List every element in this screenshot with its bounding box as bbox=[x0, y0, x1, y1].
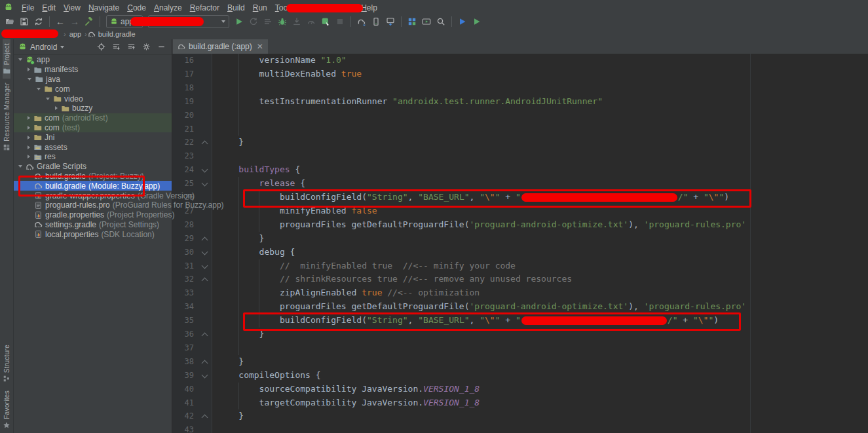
menu-build[interactable]: Build bbox=[223, 2, 249, 14]
chevron-right-icon[interactable] bbox=[28, 67, 30, 71]
tree-item-build-gradle--module-buzzy-app-[interactable]: build.gradle(Module: Buzzy.app) bbox=[13, 181, 172, 191]
fold-marker-icon[interactable] bbox=[202, 180, 208, 187]
chevron-down-icon[interactable] bbox=[18, 58, 22, 61]
apply-code-changes-icon[interactable] bbox=[261, 15, 275, 28]
stop-icon[interactable] bbox=[333, 15, 347, 28]
run-icon[interactable] bbox=[232, 15, 246, 28]
code-line-32[interactable]: 32 // shrinkResources true //<-- remove … bbox=[172, 273, 868, 286]
menu-vcs[interactable]: VCS bbox=[297, 2, 322, 14]
menu-edit[interactable]: Edit bbox=[38, 2, 60, 14]
tree-item-res[interactable]: res bbox=[13, 152, 172, 162]
project-view-selector[interactable]: Android bbox=[30, 43, 57, 52]
attach-debugger-icon[interactable] bbox=[290, 15, 304, 28]
menu-view[interactable]: View bbox=[60, 2, 85, 14]
code-line-24[interactable]: 24 buildTypes { bbox=[172, 163, 868, 177]
expand-all-icon[interactable] bbox=[111, 42, 121, 52]
tree-item-com[interactable]: com bbox=[13, 84, 172, 94]
code-line-42[interactable]: 42 } bbox=[172, 409, 868, 423]
menu-navigate[interactable]: Navigate bbox=[85, 2, 123, 14]
code-line-29[interactable]: 29 } bbox=[172, 232, 868, 246]
gradle-sync-icon[interactable] bbox=[354, 15, 369, 28]
fold-marker-icon[interactable] bbox=[202, 248, 208, 255]
code-line-27[interactable]: 27 minifyEnabled false bbox=[172, 204, 868, 218]
forward-icon[interactable]: → bbox=[67, 15, 82, 28]
chevron-right-icon[interactable] bbox=[55, 106, 58, 110]
sync-files-icon[interactable] bbox=[31, 15, 46, 28]
code-line-37[interactable]: 37 bbox=[172, 341, 868, 355]
tree-item-build-gradle--project-buzzy-[interactable]: build.gradle(Project: Buzzy) bbox=[13, 172, 172, 181]
fold-marker-icon[interactable] bbox=[202, 236, 208, 243]
code-line-18[interactable]: 18 bbox=[172, 81, 868, 95]
settings-gear-icon[interactable] bbox=[141, 42, 151, 52]
tree-item-jni[interactable]: Jni bbox=[13, 132, 172, 142]
tree-item-settings-gradle--project-settings-[interactable]: settings.gradle(Project Settings) bbox=[13, 220, 172, 230]
code-line-33[interactable]: 33 zipAlignEnabled true //<-- optimizati… bbox=[172, 286, 868, 300]
breadcrumb-item-build-gradle[interactable]: build.gradle bbox=[96, 30, 138, 38]
code-line-40[interactable]: 40 sourceCompatibility JavaVersion.VERSI… bbox=[172, 383, 868, 396]
locate-file-icon[interactable] bbox=[96, 42, 106, 52]
collapse-all-icon[interactable] bbox=[126, 42, 136, 52]
device-manager-icon[interactable] bbox=[369, 15, 383, 28]
chevron-right-icon[interactable] bbox=[28, 136, 30, 140]
save-all-icon[interactable] bbox=[17, 15, 31, 28]
fold-marker-icon[interactable] bbox=[202, 141, 208, 147]
chevron-down-icon[interactable] bbox=[46, 98, 50, 100]
code-line-28[interactable]: 28 proguardFiles getDefaultProguardFile(… bbox=[172, 218, 868, 232]
search-everywhere-icon[interactable] bbox=[434, 15, 448, 28]
stripe-button-resource-manager[interactable]: Resource Manager bbox=[3, 79, 10, 155]
tree-item-gradle-wrapper-properties--gradle-version-[interactable]: gradle-wrapper.properties(Gradle Version… bbox=[13, 191, 172, 200]
back-icon[interactable]: ← bbox=[53, 15, 67, 28]
profile-app-icon[interactable] bbox=[318, 15, 333, 28]
code-line-38[interactable]: 38 } bbox=[172, 355, 868, 369]
hide-panel-icon[interactable] bbox=[156, 42, 166, 52]
fold-marker-icon[interactable] bbox=[202, 166, 208, 173]
plugin-blue-icon[interactable] bbox=[455, 15, 470, 28]
apply-changes-icon[interactable] bbox=[246, 15, 261, 28]
avd-manager-icon[interactable] bbox=[419, 15, 434, 28]
menu-help[interactable]: Help bbox=[357, 2, 381, 14]
code-line-20[interactable]: 20 bbox=[172, 109, 868, 122]
code-line-35[interactable]: 35 buildConfigField("String", "BASE_URL"… bbox=[172, 314, 868, 328]
menu-code[interactable]: Code bbox=[123, 2, 150, 14]
tree-item-com--androidtest-[interactable]: com(androidTest) bbox=[13, 113, 172, 123]
tree-item-app[interactable]: app bbox=[13, 55, 172, 65]
code-line-43[interactable]: 43 bbox=[172, 423, 868, 433]
menu-analyze[interactable]: Analyze bbox=[150, 2, 186, 14]
chevron-down-icon[interactable] bbox=[28, 78, 31, 81]
code-editor[interactable]: 16 versionName "1.0"17 multiDexEnabled t… bbox=[172, 54, 868, 433]
code-line-30[interactable]: 30 debug { bbox=[172, 246, 868, 259]
build-hammer-icon[interactable] bbox=[82, 15, 96, 28]
chevron-down-icon[interactable] bbox=[37, 88, 41, 90]
tree-item-video[interactable]: video bbox=[13, 94, 172, 104]
code-line-19[interactable]: 19 testInstrumentationRunner "androidx.t… bbox=[172, 95, 868, 109]
tab-build-gradle-app[interactable]: build.gradle (:app) ✕ bbox=[173, 39, 268, 54]
run-config-dropdown[interactable]: app bbox=[106, 15, 143, 28]
fold-marker-icon[interactable] bbox=[202, 262, 208, 269]
menu-refactor[interactable]: Refactor bbox=[186, 2, 223, 14]
tree-item-com--test-[interactable]: com(test) bbox=[13, 123, 172, 133]
chevron-down-icon[interactable] bbox=[18, 165, 22, 168]
open-icon[interactable] bbox=[3, 15, 17, 28]
stripe-button-project[interactable]: Project bbox=[3, 39, 10, 79]
code-line-36[interactable]: 36 } bbox=[172, 328, 868, 341]
code-line-34[interactable]: 34 proguardFiles getDefaultProguardFile(… bbox=[172, 300, 868, 314]
menu-run[interactable]: Run bbox=[249, 2, 271, 14]
tree-item-gradle-scripts[interactable]: Gradle Scripts bbox=[13, 162, 172, 172]
project-structure-icon[interactable] bbox=[405, 15, 419, 28]
menu-file[interactable]: File bbox=[18, 2, 38, 14]
plugin-green-icon[interactable] bbox=[470, 15, 484, 28]
tree-item-proguard-rules-pro--proguard-rules-for-buzzy-app-[interactable]: proguard-rules.pro(ProGuard Rules for Bu… bbox=[13, 200, 172, 210]
chevron-right-icon[interactable] bbox=[28, 155, 30, 159]
fold-marker-icon[interactable] bbox=[202, 333, 208, 339]
profiler-icon[interactable] bbox=[304, 15, 318, 28]
fold-marker-icon[interactable] bbox=[202, 278, 208, 284]
code-line-23[interactable]: 23 bbox=[172, 149, 868, 163]
fold-marker-icon[interactable] bbox=[202, 415, 208, 421]
tree-item-buzzy[interactable]: buzzy bbox=[13, 104, 172, 113]
code-line-31[interactable]: 31 // minifyEnabled true //<-- minify yo… bbox=[172, 259, 868, 273]
chevron-right-icon[interactable] bbox=[28, 126, 30, 130]
debug-icon[interactable] bbox=[275, 15, 290, 28]
device-dropdown[interactable] bbox=[148, 15, 229, 28]
code-line-17[interactable]: 17 multiDexEnabled true bbox=[172, 67, 868, 81]
stripe-button-structure[interactable]: Structure bbox=[3, 341, 10, 386]
